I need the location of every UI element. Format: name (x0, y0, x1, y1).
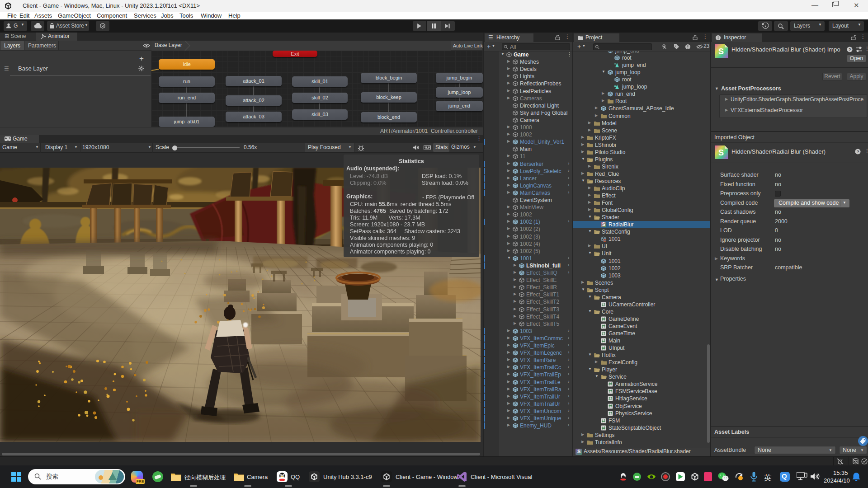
svg-text:S: S (718, 148, 724, 157)
svg-text:?: ? (849, 47, 851, 52)
svg-text:?: ? (857, 150, 859, 154)
svg-text:S: S (718, 47, 724, 56)
